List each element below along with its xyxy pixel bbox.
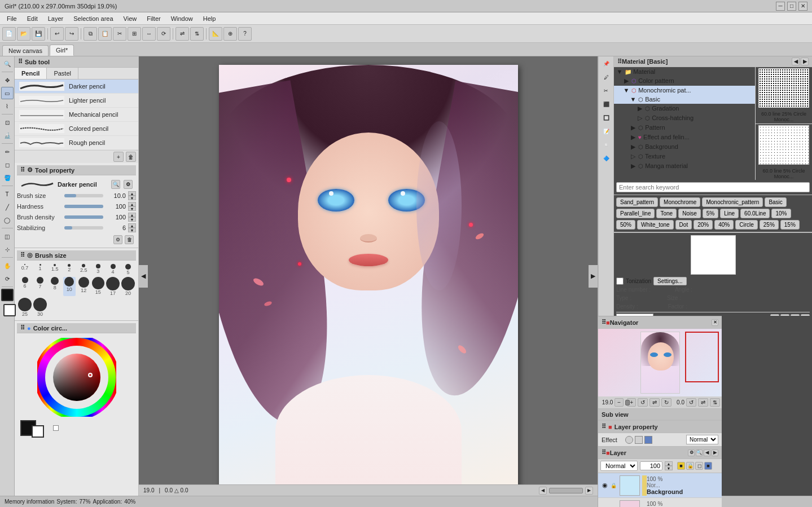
opacity-down-btn[interactable]: ▼ (665, 466, 673, 470)
brush-size-0.7[interactable]: 0.7 (18, 264, 32, 275)
flip-v-nav-btn[interactable]: ⇅ (710, 398, 720, 407)
flip-btn[interactable]: ⇌ (649, 398, 660, 407)
eyedropper-tool[interactable]: 🔬 (1, 129, 14, 142)
opacity-up-btn[interactable]: ▲ (665, 461, 673, 466)
layer-transparent-btn[interactable]: ◻ (695, 462, 703, 470)
hardness-slider[interactable] (64, 205, 103, 208)
effect-toggle-1[interactable] (625, 436, 633, 444)
menu-window[interactable]: Window (166, 14, 197, 23)
del-material-btn[interactable]: 🗑 (801, 314, 810, 316)
background-color-swatch[interactable] (32, 425, 44, 438)
menu-view[interactable]: View (119, 14, 142, 23)
copy-button[interactable]: ⧉ (84, 27, 97, 41)
paste-button[interactable]: 📋 (98, 27, 112, 41)
mat-expand-btn[interactable]: ▶ (801, 58, 809, 65)
rt-tool-8[interactable]: 🔷 (600, 152, 612, 165)
layers-search-btn[interactable]: 🔍 (696, 449, 703, 456)
tree-monochromic[interactable]: ▼ ⬡ Monochromic pat... (614, 86, 755, 95)
panel-collapse-left[interactable]: ◀ (139, 265, 148, 288)
search-material-btn[interactable]: 🔍 (111, 180, 120, 189)
effect-toggle-2[interactable] (635, 436, 643, 444)
tree-color-pattern[interactable]: ▶ ⬡ Color pattern (614, 76, 755, 86)
rt-tool-7[interactable]: ◽ (600, 139, 612, 151)
menu-selection[interactable]: Selection area (69, 14, 117, 23)
tree-material[interactable]: ▼ 📁 Material (614, 67, 755, 76)
select-tool[interactable]: ▭ (1, 87, 14, 99)
menu-edit[interactable]: Edit (23, 14, 42, 23)
gradient-tool[interactable]: ◫ (1, 230, 14, 243)
filter-sand-pattern[interactable]: Sand_pattern (616, 197, 658, 207)
color-fg[interactable] (1, 289, 14, 301)
rt-tool-1[interactable]: 📌 (600, 58, 612, 70)
transparent-swatch[interactable] (53, 425, 59, 431)
brush-size-1.5[interactable]: 1.5 (49, 264, 62, 275)
delete-property-btn[interactable]: 🗑 (125, 235, 134, 244)
zoom-out-btn[interactable]: − (615, 398, 624, 407)
menu-file[interactable]: File (2, 14, 21, 23)
filter-15pct[interactable]: 15% (780, 220, 800, 230)
filter-basic[interactable]: Basic (765, 197, 786, 207)
filter-50pct[interactable]: 50% (616, 220, 635, 230)
close-button[interactable]: ✕ (798, 2, 807, 11)
layer-bg-lock[interactable]: 🔒 (609, 482, 617, 490)
brush-darker-pencil[interactable]: Darker pencil (15, 80, 138, 94)
brush-mechanical-pencil[interactable]: Mechanical pencil (15, 108, 138, 122)
layer-background[interactable]: ◉ 🔒 100 % Nor... Background (598, 473, 722, 498)
rt-tool-5[interactable]: 🔲 (600, 112, 612, 124)
color-gradient-box[interactable] (53, 354, 100, 401)
menu-help[interactable]: Help (199, 14, 221, 23)
eraser-tool[interactable]: ◻ (1, 158, 14, 171)
filter-60line[interactable]: 60.0Line (740, 209, 770, 218)
angle-ccw-btn[interactable]: ↺ (686, 398, 696, 407)
settings-btn[interactable]: ⚙ (124, 180, 133, 189)
mat-collapse-btn[interactable]: ◀ (792, 58, 800, 65)
brush-size-2.5[interactable]: 2.5 (77, 264, 90, 275)
stabilizing-up[interactable]: ▲ (128, 223, 136, 228)
fill-tool[interactable]: 🪣 (1, 171, 14, 184)
rotate-button[interactable]: ⟳ (157, 27, 170, 41)
brush-size-30[interactable]: 30 (33, 298, 47, 317)
brush-size-6[interactable]: 6 (18, 277, 32, 296)
brush-rough-pencil[interactable]: Rough pencil (15, 136, 138, 150)
rotate-canvas-tool[interactable]: ⟳ (1, 272, 14, 285)
tonization-checkbox[interactable] (616, 277, 624, 285)
new-button[interactable]: 📄 (2, 27, 16, 41)
layer-color2-btn[interactable]: ■ (704, 462, 712, 470)
tree-manga[interactable]: ▶ ⬡ Manga material (614, 161, 755, 171)
tab-pastel[interactable]: Pastel (47, 68, 78, 79)
blend-mode-select[interactable]: Normal (600, 461, 638, 471)
filter-dot[interactable]: Dot (675, 220, 692, 230)
flip-v-button[interactable]: ⇅ (190, 27, 204, 41)
brush-size-down[interactable]: ▼ (128, 196, 136, 200)
density-down[interactable]: ▼ (128, 217, 136, 222)
minimize-button[interactable]: ─ (776, 2, 785, 11)
rt-tool-2[interactable]: 🖊 (600, 71, 612, 83)
hardness-up[interactable]: ▲ (128, 202, 136, 206)
delete-brush-button[interactable]: 🗑 (126, 152, 136, 162)
rt-tool-4[interactable]: ⬛ (600, 98, 612, 111)
save-button[interactable]: 💾 (32, 27, 45, 41)
hardness-stepper[interactable]: ▲ ▼ (128, 202, 136, 211)
crop-tool[interactable]: ⊡ (1, 116, 14, 129)
stabilizing-down[interactable]: ▼ (128, 228, 136, 232)
filter-20pct[interactable]: 20% (694, 220, 713, 230)
layer-complete[interactable]: ◉ 100 % Nor... Complete (598, 498, 722, 507)
hardness-down[interactable]: ▼ (128, 206, 136, 211)
navigator-thumbnail[interactable] (598, 329, 722, 396)
filter-white-tone[interactable]: White_tone (637, 220, 674, 230)
rotate-ccw-btn[interactable]: ↺ (638, 398, 648, 407)
layer-color-btn[interactable]: ■ (677, 462, 685, 470)
filter-tone[interactable]: Tone (656, 209, 677, 218)
menu-filter[interactable]: Filter (142, 14, 165, 23)
material-search-input[interactable] (616, 182, 810, 192)
brush-size-slider[interactable] (64, 194, 103, 197)
hand-tool[interactable]: ✋ (1, 259, 14, 272)
text-tool[interactable]: T (1, 188, 14, 200)
layer-lock-btn[interactable]: 🔒 (686, 462, 694, 470)
help-button[interactable]: ? (238, 27, 252, 41)
brush-size-4[interactable]: 4 (106, 264, 120, 275)
filter-line[interactable]: Line (720, 209, 739, 218)
rt-tool-3[interactable]: ✂ (600, 85, 612, 97)
lasso-tool[interactable]: ⌇ (1, 100, 14, 112)
zoom-slider-thumb[interactable] (625, 400, 630, 405)
